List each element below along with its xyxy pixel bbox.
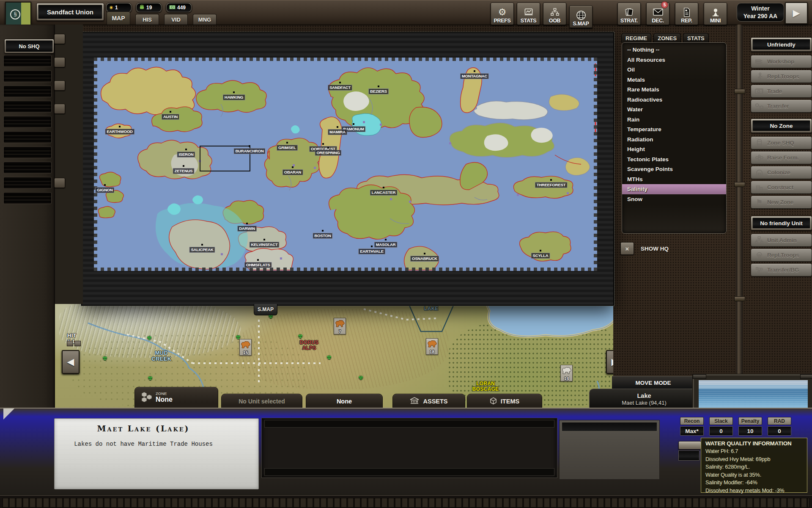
city-label-earthwood[interactable]: EARTHWOOD xyxy=(105,129,134,135)
mini-button[interactable]: MINI xyxy=(704,3,727,25)
unitadmin-button[interactable]: Unit Admin xyxy=(751,234,812,247)
radiation-icon: ☢ xyxy=(297,333,304,340)
city-label-salicpeak[interactable]: SALICPEAK xyxy=(189,247,215,253)
repltroops-button[interactable]: Repl.Troops xyxy=(751,70,812,83)
city-label-sandfact[interactable]: SANDFACT xyxy=(328,85,352,91)
scroll-right-arrow[interactable]: ▶ xyxy=(606,350,613,374)
items-tab[interactable]: ITEMS xyxy=(467,394,542,409)
layer-item-temperature[interactable]: Temperature xyxy=(622,124,726,135)
newzone-button[interactable]: ⚑New Zone xyxy=(751,196,812,209)
repltroops-button[interactable]: Repl.Troops xyxy=(751,248,812,262)
fist-icon xyxy=(139,4,145,11)
city-label-earthvale[interactable]: EARTHVALE xyxy=(358,248,385,254)
zoneshq-button[interactable]: Zone SHQ xyxy=(751,136,812,149)
city-label-threeforest[interactable]: THREEFOREST xyxy=(535,182,568,188)
city-label-hawking[interactable]: HAWKING xyxy=(223,94,245,100)
strat-button[interactable]: STRAT. xyxy=(617,3,641,25)
layer-item-all-resources[interactable]: All Resources xyxy=(622,55,726,65)
city-label-lancaster[interactable]: LANCASTER xyxy=(370,190,398,196)
city-label-gignon[interactable]: GIGNON xyxy=(95,187,114,193)
oob-button[interactable]: OOB xyxy=(543,3,566,25)
city-label-kelvinsfact[interactable]: KELVINSFACT xyxy=(249,242,279,248)
layer-tab-zones[interactable]: ZONES xyxy=(653,33,681,43)
assets-tab[interactable]: ASSETS xyxy=(392,394,465,409)
city-label-orespring[interactable]: ORESPRING xyxy=(315,150,341,156)
layer-item-radioactives[interactable]: Radioactives xyxy=(622,95,726,105)
view-tab-mng[interactable]: MNG xyxy=(193,14,217,25)
shq-slot xyxy=(3,162,52,174)
layer-item-rare-metals[interactable]: Rare Metals xyxy=(622,85,726,95)
layer-item-mths[interactable]: MTHs xyxy=(622,174,726,185)
workshop-button[interactable]: Workshop xyxy=(751,55,812,68)
layer-item-snow[interactable]: Snow xyxy=(622,194,726,204)
faction-flag[interactable]: § xyxy=(5,2,31,25)
raiseform-button[interactable]: Raise Form. xyxy=(751,151,812,164)
network-icon xyxy=(754,267,764,273)
unit-counter-beast[interactable]: 7 xyxy=(334,318,346,334)
radiation-icon: ☢ xyxy=(357,375,364,381)
city-label-iseron[interactable]: ISERON xyxy=(177,152,195,157)
view-tab-vid[interactable]: VID xyxy=(164,14,188,25)
city-label-mamira[interactable]: MAMIRA xyxy=(328,129,347,135)
map-edge-button[interactable] xyxy=(67,341,73,346)
layer-item-water[interactable]: Water xyxy=(622,105,726,115)
layer-item-tectonic-plates[interactable]: Tectonic Plates xyxy=(622,155,726,165)
city-label-obaran[interactable]: OBARAN xyxy=(283,169,303,175)
transfer-button[interactable]: Transfer xyxy=(751,99,812,113)
resource-fist[interactable]: 19 xyxy=(136,3,162,13)
dec-button[interactable]: 5DEC. xyxy=(646,3,669,25)
city-label-boston[interactable]: BOSTON xyxy=(313,233,332,239)
scroll-left-arrow[interactable]: ◀ xyxy=(62,350,80,374)
unit-counter-beast[interactable]: 18 xyxy=(426,338,438,355)
layer-item----nothing---[interactable]: -- Nothing -- xyxy=(622,45,726,55)
city-label-ohmsflats[interactable]: OHMSFLATS xyxy=(244,262,272,268)
unit-counter-wolf[interactable]: 14 xyxy=(560,365,573,381)
layer-item-scavenge-points[interactable]: Scavenge Points xyxy=(622,164,726,174)
smap-button[interactable]: S.MAP xyxy=(569,6,593,28)
water-quality-tooltip: WATER QUALITY INFORMATION Water PH: 6.7D… xyxy=(701,438,807,493)
layer-item-height[interactable]: Height xyxy=(622,144,726,155)
city-label-darwin[interactable]: DARWIN xyxy=(237,226,257,232)
city-label-zetenus[interactable]: ZETENUS xyxy=(173,168,195,174)
city-label-grimsel[interactable]: GRIMSEL xyxy=(277,145,298,151)
colonize-button[interactable]: Colonize xyxy=(751,166,812,179)
end-turn-button[interactable]: ▶ xyxy=(785,2,808,24)
trade-button[interactable]: Trade xyxy=(751,85,812,98)
construct-button[interactable]: Construct xyxy=(751,181,812,194)
unit-counter-beast[interactable]: 15 xyxy=(239,339,252,356)
city-label-osnabruck[interactable]: OSNABRUCK xyxy=(410,256,439,262)
prefs-button[interactable]: ⚙PREFS xyxy=(491,3,514,25)
layer-item-salinity[interactable]: Salinity xyxy=(622,184,726,194)
show-hq-checkbox[interactable]: × xyxy=(620,242,634,255)
view-tab-map[interactable]: MAP xyxy=(107,11,130,25)
rep-button[interactable]: REP. xyxy=(675,3,698,25)
city-label-buranchron[interactable]: BURANCHRON xyxy=(233,148,265,154)
stat-label: Slack xyxy=(709,417,733,425)
layer-item-metals[interactable]: Metals xyxy=(622,75,726,85)
city-label-scylla[interactable]: SCYLLA xyxy=(531,253,550,259)
layer-item-rain[interactable]: Rain xyxy=(622,115,726,125)
transferbg-button[interactable]: Transfer/BG xyxy=(751,263,812,276)
resource-cash[interactable]: 449 xyxy=(166,3,192,13)
layer-item-oil[interactable]: Oil xyxy=(622,65,726,75)
section-header-plate: No Zone xyxy=(751,119,812,133)
zone-tab[interactable]: ZONENone xyxy=(134,387,218,408)
map-edge-button[interactable] xyxy=(74,341,81,346)
city-label-austin[interactable]: AUSTIN xyxy=(162,114,179,120)
layer-tab-stats[interactable]: STATS xyxy=(683,33,709,43)
city-label-masolar[interactable]: MASOLAR xyxy=(374,242,398,248)
corner-arrow[interactable] xyxy=(3,409,14,420)
view-tab-his[interactable]: HIS xyxy=(135,14,159,25)
city-label-montagnac[interactable]: MONTAGNAC xyxy=(460,73,489,79)
smap-window-tab[interactable]: S.MAP xyxy=(254,304,277,315)
stats-button[interactable]: STATS xyxy=(517,3,540,25)
helmet-icon xyxy=(754,169,764,176)
layer-tab-regime[interactable]: REGIME xyxy=(621,33,651,43)
selection-tab[interactable]: None xyxy=(306,394,383,409)
unit-tab[interactable]: No Unit selected xyxy=(221,394,302,409)
view-tabs: MAPHISVIDMNG xyxy=(107,12,217,25)
tooltip-line: Salinity Modifier: -64% xyxy=(705,479,803,487)
strategic-map[interactable]: MONTAGNACSANDFACTBEZIERSHAWKINGAUSTINEAR… xyxy=(94,58,597,271)
layer-item-radiation[interactable]: Radiation xyxy=(622,135,726,145)
city-label-beziers[interactable]: BEZIERS xyxy=(368,88,389,94)
